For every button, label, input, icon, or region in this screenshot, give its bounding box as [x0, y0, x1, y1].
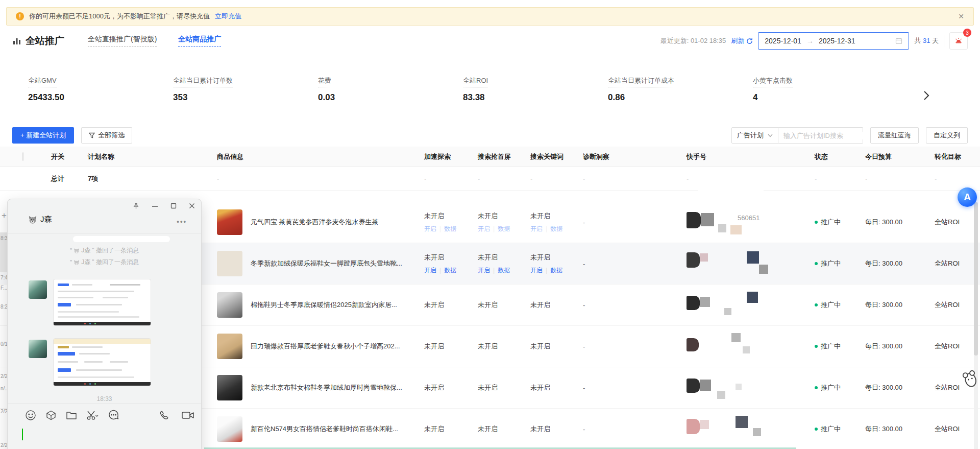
redacted-account — [687, 332, 794, 361]
product-name[interactable]: 新款老北京布鞋女棉鞋冬季加绒加厚时尚雪地靴保... — [251, 383, 402, 392]
enable-link[interactable]: 开启 — [424, 225, 436, 233]
product-image — [217, 334, 242, 359]
conversion-goal: 全站ROI — [922, 342, 980, 351]
product-image — [217, 251, 242, 276]
siren-icon — [954, 37, 963, 45]
screenshot-attachment[interactable] — [53, 279, 151, 326]
tab-product-promo[interactable]: 全站商品推广 — [178, 35, 221, 47]
custom-columns-button[interactable]: 自定义列 — [926, 127, 968, 144]
chat-history-icon[interactable] — [108, 410, 119, 421]
product-name[interactable]: 新百伦N574男女百搭情侣老爹鞋时尚百搭休闲鞋... — [251, 424, 398, 434]
alert-center-button[interactable]: 3 — [949, 32, 968, 50]
enable-link[interactable]: 开启 — [478, 266, 490, 275]
enable-link[interactable]: 开启 — [424, 266, 436, 275]
enable-link[interactable]: 开启 — [530, 225, 543, 233]
recharge-link[interactable]: 立即充值 — [215, 12, 241, 21]
new-plan-button[interactable]: + 新建全站计划 — [12, 127, 74, 144]
avatar[interactable] — [29, 340, 47, 358]
col-search-keyword: 搜索关键词 — [515, 152, 568, 161]
data-link[interactable]: 数据 — [498, 266, 510, 275]
conversion-goal: 全站ROI — [922, 259, 980, 268]
conversion-goal: 全站ROI — [922, 218, 980, 227]
traffic-redblue-button[interactable]: 流量红蓝海 — [870, 127, 919, 144]
summary-count: 7项 — [76, 174, 205, 183]
data-link[interactable]: 数据 — [550, 266, 562, 275]
promo-tabs: 全站直播推广(智投版) 全站商品推广 — [88, 35, 221, 47]
close-icon[interactable] — [189, 203, 195, 209]
filter-button[interactable]: 全部筛选 — [81, 127, 132, 144]
chat-window[interactable]: J森 ••• " J森" 撤回了一条消息 " J森" 撤回了一条消息 — [7, 199, 202, 449]
chat-title: J森 — [28, 215, 52, 224]
bg-time-fragment: 2/29 — [1, 409, 7, 414]
enable-link[interactable]: 开启 — [478, 225, 490, 233]
product-name[interactable]: 棉拖鞋男士冬季厚底保暖情侣2025新款室内家居... — [251, 300, 397, 310]
table-header-row: 开关 计划名称 商品信息 加速探索 搜索抢首屏 搜索关键词 诊断洞察 快手号 状… — [0, 147, 980, 167]
plan-search — [778, 127, 863, 144]
summary-label: 总计 — [39, 174, 76, 183]
col-search-screen: 搜索抢首屏 — [462, 152, 515, 161]
recalled-message: " J森" 撤回了一条消息 — [8, 258, 201, 267]
assistant-float-button[interactable]: A — [958, 187, 977, 207]
page-scrollbar[interactable] — [974, 202, 978, 449]
chart-icon — [12, 36, 21, 45]
blurred-message-pill — [73, 236, 170, 242]
product-name[interactable]: 元气四宝 茶黄芪党参西洋参麦冬泡水养生茶 — [251, 218, 379, 227]
redacted-account — [687, 249, 794, 278]
wolf-icon — [74, 248, 80, 254]
product-name[interactable]: 回力瑞爆款百搭厚底老爹鞋女春秋小个子增高202... — [251, 342, 400, 351]
data-link[interactable]: 数据 — [550, 225, 562, 233]
redacted-account: 560651 — [687, 208, 794, 237]
bg-text-fragment: n/... — [1, 386, 7, 391]
chat-input-caret[interactable] — [22, 429, 23, 440]
close-icon[interactable]: ✕ — [958, 12, 964, 20]
search-input[interactable] — [783, 132, 873, 139]
status-dot — [815, 386, 818, 389]
product-name[interactable]: 冬季新款加绒保暖乐福鞋女一脚蹬厚底包头雪地靴... — [251, 259, 402, 268]
data-link[interactable]: 数据 — [444, 225, 456, 233]
data-link[interactable]: 数据 — [498, 225, 510, 233]
bg-time-fragment: 0/14 — [1, 341, 7, 347]
stat-roi: 全站ROI 83.38 — [463, 76, 608, 103]
date-range-picker[interactable]: 2025-12-01 → 2025-12-31 — [758, 32, 909, 50]
chat-menu-button[interactable]: ••• — [177, 218, 187, 225]
page-header: 全站推广 全站直播推广(智投版) 全站商品推广 最近更新: 01-02 18:3… — [0, 29, 980, 53]
filter-icon — [89, 132, 95, 138]
plan-type-select[interactable]: 广告计划 — [731, 127, 778, 144]
date-start-input[interactable]: 2025-12-01 — [765, 37, 801, 45]
stat-cost: 花费 0.03 — [318, 76, 463, 103]
message-timestamp: 18:33 — [8, 395, 201, 403]
scrollbar-thumb[interactable] — [974, 202, 978, 356]
video-icon[interactable] — [181, 410, 194, 421]
date-end-input[interactable]: 2025-12-31 — [819, 37, 855, 45]
select-all-checkbox[interactable] — [22, 152, 23, 161]
stats-next-button[interactable] — [919, 88, 934, 103]
tab-live-promo[interactable]: 全站直播推广(智投版) — [88, 35, 157, 47]
status-dot — [815, 428, 818, 431]
custom-cursor-icon — [962, 369, 979, 389]
image-message — [29, 279, 151, 326]
scissors-icon[interactable] — [86, 410, 99, 421]
phone-icon[interactable] — [159, 410, 170, 421]
table-summary-row: 总计 7项 - - - - - - - - - — [0, 167, 980, 191]
divider — [944, 35, 944, 46]
status-badge: 推广中 — [821, 259, 841, 268]
refresh-button[interactable]: 刷新 — [731, 36, 753, 45]
account-id: 560651 — [738, 214, 760, 222]
col-switch: 开关 — [39, 152, 76, 161]
maximize-icon[interactable] — [170, 203, 177, 209]
daily-budget: 每日: 300.00 — [851, 300, 922, 310]
daily-budget: 每日: 300.00 — [851, 342, 922, 351]
emoji-icon[interactable] — [25, 410, 36, 421]
days-count: 共 31 天 — [914, 36, 939, 45]
folder-icon[interactable] — [66, 410, 77, 420]
product-image — [217, 292, 242, 318]
minimize-icon[interactable] — [152, 203, 158, 209]
bg-time-fragment: 2/29 — [1, 373, 7, 379]
pin-icon[interactable] — [133, 202, 139, 209]
avatar[interactable] — [29, 280, 47, 299]
screenshot-attachment[interactable] — [53, 338, 151, 386]
box-icon[interactable] — [45, 410, 57, 421]
data-link[interactable]: 数据 — [444, 266, 456, 275]
balance-warning-banner: ! 你的可用余额已不足1000元，为不影响正常推广，请尽快充值 立即充值 ✕ — [6, 7, 974, 26]
enable-link[interactable]: 开启 — [530, 266, 543, 275]
